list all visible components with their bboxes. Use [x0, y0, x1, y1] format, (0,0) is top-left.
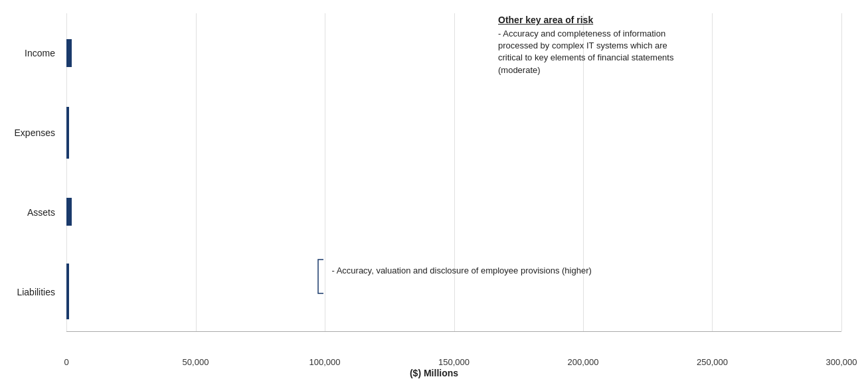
grid-line-300k — [841, 13, 842, 331]
x-label-0: 0 — [64, 357, 68, 367]
bar-assets — [66, 198, 72, 226]
bar-row-assets — [66, 173, 841, 252]
annotation-box-risk: Other key area of risk - Accuracy and co… — [498, 15, 691, 76]
bar-income — [66, 39, 72, 67]
x-label-250k: 250,000 — [697, 357, 728, 367]
annotation-risk-title: Other key area of risk — [498, 15, 691, 25]
plot-inner: - Accuracy, valuation and disclosure of … — [66, 13, 841, 332]
y-label-liabilities: Liabilities — [17, 287, 55, 297]
x-label-100k: 100,000 — [309, 357, 340, 367]
x-label-150k: 150,000 — [438, 357, 470, 367]
annotation-risk-text: - Accuracy and completeness of informati… — [498, 28, 691, 76]
bracket-annotation-liabilities: - Accuracy, valuation and disclosure of … — [314, 258, 591, 295]
bar-expenses-dark — [66, 107, 69, 159]
x-label-300k: 300,000 — [826, 357, 857, 367]
bar-liabilities-dark — [66, 264, 69, 319]
bracket-annotation-text: - Accuracy, valuation and disclosure of … — [331, 258, 591, 277]
bar-row-income — [66, 13, 841, 93]
y-axis-labels: Income Expenses Assets Liabilities — [0, 13, 63, 332]
y-label-assets: Assets — [27, 207, 55, 218]
plot-area: - Accuracy, valuation and disclosure of … — [66, 13, 841, 332]
y-label-income: Income — [25, 48, 55, 58]
chart-container: Income Expenses Assets Liabilities — [0, 0, 868, 385]
bar-row-expenses — [66, 93, 841, 173]
x-axis-title: ($) Millions — [0, 368, 868, 378]
y-label-expenses: Expenses — [15, 127, 55, 138]
bracket-svg — [314, 258, 327, 295]
x-label-200k: 200,000 — [568, 357, 599, 367]
x-label-50k: 50,000 — [183, 357, 209, 367]
